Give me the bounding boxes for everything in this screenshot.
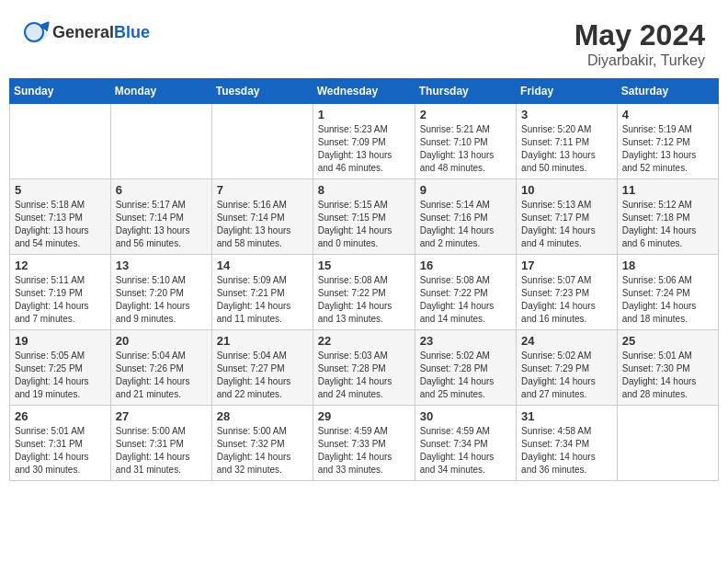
sunrise-time: Sunrise: 5:21 AM — [420, 124, 490, 134]
day-info-continuation: and 2 minutes. — [420, 238, 481, 248]
sunset-time: Sunset: 7:13 PM — [15, 213, 83, 223]
calendar-cell — [211, 104, 313, 179]
sunset-time: Sunset: 7:18 PM — [622, 213, 690, 223]
day-info: Sunrise: 5:05 AMSunset: 7:25 PMDaylight:… — [15, 350, 106, 401]
daylight-hours: Daylight: 13 hours — [622, 150, 697, 160]
calendar-cell: 25Sunrise: 5:01 AMSunset: 7:30 PMDayligh… — [617, 330, 718, 406]
day-number: 17 — [521, 259, 612, 272]
calendar-cell: 31Sunrise: 4:58 AMSunset: 7:34 PMDayligh… — [517, 406, 618, 481]
sunrise-time: Sunrise: 5:19 AM — [622, 124, 692, 134]
day-info: Sunrise: 5:06 AMSunset: 7:24 PMDaylight:… — [622, 274, 713, 326]
calendar-week-1: 1Sunrise: 5:23 AMSunset: 7:09 PMDaylight… — [10, 104, 719, 179]
sunset-time: Sunset: 7:21 PM — [217, 288, 285, 298]
calendar-cell: 20Sunrise: 5:04 AMSunset: 7:26 PMDayligh… — [110, 330, 211, 406]
daylight-hours: Daylight: 14 hours — [217, 376, 291, 386]
daylight-hours: Daylight: 14 hours — [420, 452, 495, 462]
sunrise-time: Sunrise: 5:20 AM — [521, 124, 591, 134]
sunrise-time: Sunrise: 5:04 AM — [217, 350, 287, 361]
day-info-continuation: and 16 minutes. — [521, 314, 586, 324]
day-number: 25 — [622, 334, 713, 348]
calendar-cell: 23Sunrise: 5:02 AMSunset: 7:28 PMDayligh… — [415, 330, 516, 406]
day-info-continuation: and 21 minutes. — [116, 389, 181, 399]
sunrise-time: Sunrise: 5:00 AM — [217, 426, 287, 436]
daylight-hours: Daylight: 14 hours — [420, 376, 495, 386]
sunrise-time: Sunrise: 5:23 AM — [318, 124, 388, 134]
day-info-continuation: and 11 minutes. — [217, 314, 282, 324]
sunset-time: Sunset: 7:23 PM — [521, 288, 589, 298]
daylight-hours: Daylight: 14 hours — [622, 376, 697, 386]
day-number: 11 — [622, 183, 713, 197]
calendar-cell: 7Sunrise: 5:16 AMSunset: 7:14 PMDaylight… — [211, 179, 313, 255]
daylight-hours: Daylight: 13 hours — [217, 225, 291, 236]
col-monday: Monday — [110, 79, 211, 104]
calendar-cell — [617, 406, 718, 481]
day-info-continuation: and 13 minutes. — [318, 314, 383, 324]
day-number: 20 — [116, 334, 207, 348]
daylight-hours: Daylight: 14 hours — [521, 225, 596, 236]
sunrise-time: Sunrise: 5:06 AM — [622, 275, 692, 285]
day-info-continuation: and 46 minutes. — [318, 163, 383, 173]
calendar-cell: 8Sunrise: 5:15 AMSunset: 7:15 PMDaylight… — [313, 179, 415, 255]
calendar-cell: 13Sunrise: 5:10 AMSunset: 7:20 PMDayligh… — [110, 255, 211, 330]
day-info-continuation: and 31 minutes. — [116, 465, 181, 475]
day-info-continuation: and 56 minutes. — [116, 238, 181, 248]
day-info-continuation: and 28 minutes. — [622, 389, 688, 399]
sunrise-time: Sunrise: 5:14 AM — [420, 200, 490, 210]
sunset-time: Sunset: 7:29 PM — [521, 363, 589, 373]
col-friday: Friday — [517, 79, 618, 104]
day-info-continuation: and 34 minutes. — [420, 465, 485, 475]
day-info-continuation: and 6 minutes. — [622, 238, 683, 248]
logo-container: GeneralBlue — [23, 18, 150, 46]
day-number: 12 — [15, 259, 106, 272]
calendar-week-5: 26Sunrise: 5:01 AMSunset: 7:31 PMDayligh… — [10, 406, 719, 481]
logo-text: GeneralBlue — [52, 23, 150, 42]
day-number: 23 — [420, 334, 511, 348]
day-info: Sunrise: 5:13 AMSunset: 7:17 PMDaylight:… — [521, 199, 612, 250]
day-info: Sunrise: 5:16 AMSunset: 7:14 PMDaylight:… — [217, 199, 308, 250]
daylight-hours: Daylight: 14 hours — [116, 452, 190, 462]
sunrise-time: Sunrise: 4:59 AM — [318, 426, 388, 436]
daylight-hours: Daylight: 14 hours — [622, 225, 697, 236]
day-number: 22 — [318, 334, 410, 348]
calendar-cell: 26Sunrise: 5:01 AMSunset: 7:31 PMDayligh… — [10, 406, 111, 481]
title-block: May 2024 Diyarbakir, Turkey — [574, 18, 705, 69]
logo: GeneralBlue — [23, 18, 150, 46]
day-number: 5 — [15, 183, 106, 197]
day-number: 3 — [521, 108, 612, 121]
day-info: Sunrise: 4:58 AMSunset: 7:34 PMDaylight:… — [521, 425, 612, 477]
day-info: Sunrise: 5:08 AMSunset: 7:22 PMDaylight:… — [420, 274, 511, 326]
month-year-title: May 2024 — [574, 18, 705, 52]
day-info: Sunrise: 5:00 AMSunset: 7:32 PMDaylight:… — [217, 425, 308, 477]
day-info: Sunrise: 5:11 AMSunset: 7:19 PMDaylight:… — [15, 274, 106, 326]
day-number: 30 — [420, 409, 511, 423]
day-number: 19 — [15, 334, 106, 348]
day-info: Sunrise: 5:19 AMSunset: 7:12 PMDaylight:… — [622, 123, 713, 175]
day-info-continuation: and 24 minutes. — [318, 389, 383, 399]
daylight-hours: Daylight: 14 hours — [318, 376, 392, 386]
sunrise-time: Sunrise: 5:08 AM — [420, 275, 490, 285]
sunrise-time: Sunrise: 5:09 AM — [217, 275, 287, 285]
sunrise-time: Sunrise: 5:08 AM — [318, 275, 388, 285]
calendar-header-row: Sunday Monday Tuesday Wednesday Thursday… — [10, 79, 719, 104]
calendar-cell: 1Sunrise: 5:23 AMSunset: 7:09 PMDaylight… — [313, 104, 415, 179]
sunset-time: Sunset: 7:17 PM — [521, 213, 589, 223]
day-info-continuation: and 19 minutes. — [15, 389, 80, 399]
calendar-table: Sunday Monday Tuesday Wednesday Thursday… — [9, 78, 719, 481]
day-info-continuation: and 52 minutes. — [622, 163, 688, 173]
sunrise-time: Sunrise: 4:58 AM — [521, 426, 591, 436]
day-info: Sunrise: 5:04 AMSunset: 7:27 PMDaylight:… — [217, 350, 308, 401]
daylight-hours: Daylight: 14 hours — [15, 301, 89, 311]
day-number: 18 — [622, 259, 713, 272]
sunrise-time: Sunrise: 5:11 AM — [15, 275, 85, 285]
day-number: 29 — [318, 409, 410, 423]
day-info: Sunrise: 5:21 AMSunset: 7:10 PMDaylight:… — [420, 123, 511, 175]
daylight-hours: Daylight: 14 hours — [521, 301, 596, 311]
sunset-time: Sunset: 7:34 PM — [420, 439, 488, 449]
sunset-time: Sunset: 7:14 PM — [217, 213, 285, 223]
calendar-cell — [110, 104, 211, 179]
daylight-hours: Daylight: 13 hours — [420, 150, 495, 160]
sunrise-time: Sunrise: 5:03 AM — [318, 350, 388, 361]
day-info: Sunrise: 5:15 AMSunset: 7:15 PMDaylight:… — [318, 199, 410, 250]
calendar-cell — [10, 104, 111, 179]
day-info-continuation: and 18 minutes. — [622, 314, 688, 324]
